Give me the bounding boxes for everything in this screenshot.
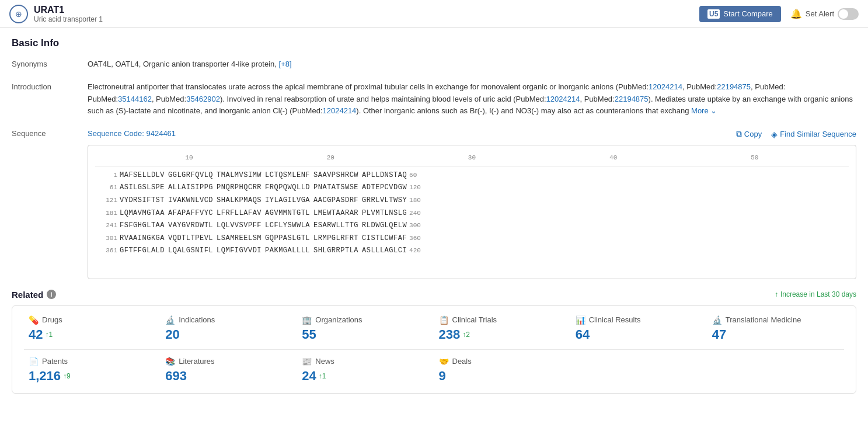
related-item-name: Patents: [42, 357, 68, 366]
related-count-value: 1,216: [29, 369, 61, 384]
sequence-line: 361GFTFFGLALDLQALGSNIFLLQMFIGVVDIPAKMGAL…: [95, 245, 849, 258]
related-item-name: Clinical Trials: [452, 315, 497, 324]
related-info-icon[interactable]: i: [47, 290, 56, 299]
copy-label: Copy: [744, 130, 762, 138]
related-count-value: 24: [302, 369, 316, 384]
increase-arrow: ↑: [45, 331, 48, 339]
related-item[interactable]: 📰 News 24 ↑1: [297, 357, 434, 384]
related-item[interactable]: 📋 Clinical Trials 238 ↑2: [434, 315, 571, 342]
count-increase: ↑2: [462, 331, 470, 339]
related-item-count: 238 ↑2: [439, 327, 566, 342]
related-item-count: 64: [576, 327, 703, 342]
related-item-icon: 🤝: [439, 357, 449, 366]
sequence-line: 121VYDRSIFTSTIVAKWNLVCDSHALKPMAQSIYLAGIL…: [95, 194, 849, 207]
synonyms-text: OAT4L, OATL4, Organic anion transporter …: [88, 60, 277, 68]
synonyms-label: Synonyms: [12, 58, 88, 71]
related-item[interactable]: 🤝 Deals 9: [434, 357, 571, 384]
more-arrow-icon: ⌄: [710, 106, 717, 115]
related-item-name: Drugs: [42, 315, 62, 324]
related-count-value: 9: [439, 369, 446, 384]
sequence-line: 61ASILGSLSPEALLAISIPPGPNQRPHQCRRFRQPQWQL…: [95, 182, 849, 194]
sequence-row: Sequence Sequence Code: 9424461 ⧉ Copy ◈…: [12, 128, 856, 279]
related-item-label: 📚 Literatures: [165, 357, 292, 366]
related-item-icon: 🔬: [165, 315, 175, 325]
related-title-block: Related i: [12, 290, 56, 300]
related-item-label: 📋 Clinical Trials: [439, 315, 566, 325]
synonyms-more[interactable]: [+8]: [279, 60, 292, 68]
start-compare-button[interactable]: U5 Start Compare: [699, 6, 781, 22]
count-increase: ↑1: [45, 331, 53, 339]
copy-button[interactable]: ⧉ Copy: [736, 129, 762, 139]
related-item[interactable]: 🔬 Indications 20: [161, 315, 297, 342]
related-grid-row1: 💊 Drugs 42 ↑1 🔬 Indications 20 🏢 Organiz…: [24, 315, 844, 342]
sequence-ruler: 10 20 30 40 50: [95, 152, 849, 167]
compare-icon: U5: [707, 9, 720, 19]
related-item-icon: 🔬: [712, 315, 722, 325]
sequence-line: 181LQMAVMGTAAAFAPAFFVYCLFRFLLAFAVAGVMMNT…: [95, 207, 849, 220]
related-item[interactable]: 📊 Clinical Results 64: [571, 315, 707, 342]
related-item[interactable]: 🏢 Organizations 55: [297, 315, 434, 342]
header-right: U5 Start Compare 🔔 Set Alert: [699, 6, 859, 22]
related-item[interactable]: 💊 Drugs 42 ↑1: [24, 315, 161, 342]
related-item[interactable]: 🔬 Translational Medicine 47: [707, 315, 844, 342]
intro-more[interactable]: More: [691, 106, 709, 115]
sequence-box[interactable]: 10 20 30 40 50 1MAFSELLDLVGGLGRFQVLQTMAL…: [88, 145, 856, 279]
sequence-label: Sequence: [12, 128, 88, 279]
related-item[interactable]: 📄 Patents 1,216 ↑9: [24, 357, 161, 384]
sequence-line: 301RVAAINGKGAVQDTLTPEVLLSAMREELSMGQPPASL…: [95, 232, 849, 245]
sequence-code[interactable]: Sequence Code: 9424461: [88, 128, 176, 140]
related-header: Related i ↑ Increase in Last 30 days: [12, 290, 856, 300]
increase-arrow: ↑: [462, 331, 466, 339]
related-item-name: Indications: [179, 315, 215, 324]
compare-label: Start Compare: [723, 9, 773, 18]
increase-arrow: ↑: [63, 372, 67, 380]
related-item-label: 🤝 Deals: [439, 357, 566, 366]
related-item-label: 🔬 Translational Medicine: [712, 315, 839, 325]
find-similar-button[interactable]: ◈ Find Similar Sequence: [771, 129, 856, 139]
intro-text4-prefix: PubMed:: [88, 95, 118, 103]
intro-text6: , PubMed:: [580, 95, 614, 103]
sequence-line: 241FSFGHGLTAAVAYGVRDWTLLQLVVSVPFFLCFLYSW…: [95, 220, 849, 232]
introduction-value: Electroneutral antiporter that transloca…: [88, 81, 856, 117]
related-item-count: 47: [712, 327, 839, 342]
pubmed-link-3[interactable]: 35144162: [118, 95, 152, 103]
pubmed-link-7[interactable]: 12024214: [323, 106, 357, 115]
related-item-icon: 📰: [302, 357, 312, 366]
related-count-value: 20: [165, 327, 179, 342]
related-item-icon: 🏢: [302, 315, 312, 325]
related-item[interactable]: 📚 Literatures 693: [161, 357, 297, 384]
related-item-icon: 📋: [439, 315, 449, 325]
related-count-value: 238: [439, 327, 461, 342]
increase-arrow: ↑: [319, 372, 322, 380]
sequence-actions: ⧉ Copy ◈ Find Similar Sequence: [736, 129, 856, 139]
copy-icon: ⧉: [736, 129, 742, 139]
header: ⊕ URAT1 Uric acid transporter 1 U5 Start…: [0, 0, 868, 28]
sequence-lines: 1MAFSELLDLVGGLGRFQVLQTMALMVSIMWLCTQSMLEN…: [95, 169, 849, 258]
related-box: 💊 Drugs 42 ↑1 🔬 Indications 20 🏢 Organiz…: [12, 305, 856, 394]
count-increase: ↑9: [63, 372, 71, 380]
intro-text8: ). Other inorganic anions such as Br(-),…: [356, 106, 689, 115]
related-item-icon: 💊: [29, 315, 39, 325]
related-item-label: 📄 Patents: [29, 357, 156, 366]
introduction-label: Introduction: [12, 81, 88, 117]
pubmed-link-2[interactable]: 22194875: [717, 82, 751, 91]
pubmed-link-5[interactable]: 12024214: [546, 95, 580, 103]
alert-toggle[interactable]: [838, 8, 859, 20]
increase-text: ↑ Increase in Last 30 days: [775, 290, 856, 298]
related-item-name: Literatures: [179, 357, 214, 366]
introduction-row: Introduction Electroneutral antiporter t…: [12, 81, 856, 117]
main-content: Basic Info Synonyms OAT4L, OATL4, Organi…: [0, 28, 868, 403]
pubmed-link-6[interactable]: 22194875: [615, 95, 649, 103]
related-item-label: 📰 News: [302, 357, 429, 366]
related-item-icon: 📄: [29, 357, 39, 366]
pubmed-link-1[interactable]: 12024214: [649, 82, 682, 91]
header-left: ⊕ URAT1 Uric acid transporter 1: [9, 5, 103, 23]
related-item-icon: 📊: [576, 315, 585, 325]
intro-text2: , PubMed:: [682, 82, 717, 91]
pubmed-link-4[interactable]: 35462902: [186, 95, 220, 103]
related-item-count: 55: [302, 327, 429, 342]
synonyms-row: Synonyms OAT4L, OATL4, Organic anion tra…: [12, 58, 856, 71]
intro-text5: ). Involved in renal reabsorption of ura…: [220, 95, 546, 103]
intro-text1: Electroneutral antiporter that transloca…: [88, 82, 649, 91]
related-count-value: 64: [576, 327, 590, 342]
